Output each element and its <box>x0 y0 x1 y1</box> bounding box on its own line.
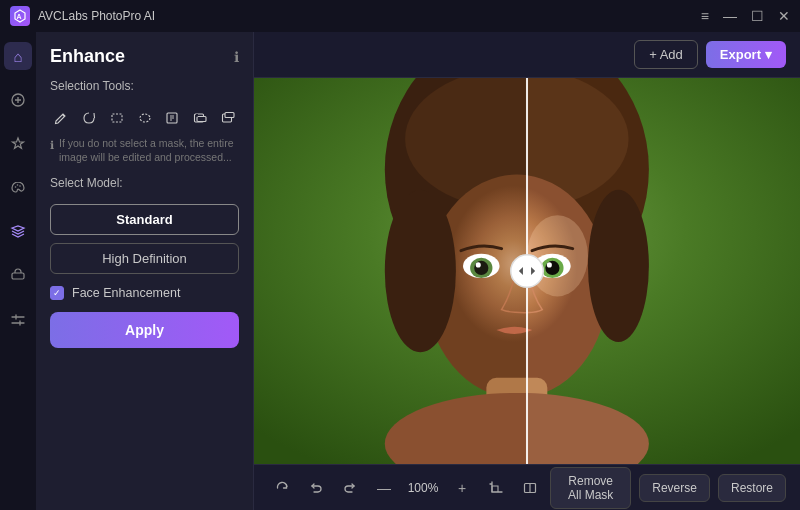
menu-icon[interactable]: ≡ <box>701 8 709 24</box>
minimize-icon[interactable]: — <box>723 8 737 24</box>
sidebar-item-sliders[interactable] <box>4 306 32 334</box>
canvas-area: + Add Export ▾ <box>254 32 800 510</box>
left-panel: Enhance ℹ Selection Tools: <box>36 32 254 510</box>
refresh-btn[interactable] <box>268 474 296 502</box>
svg-point-38 <box>588 190 649 342</box>
compare-btn[interactable] <box>516 474 544 502</box>
select-model-label: Select Model: <box>50 176 239 190</box>
svg-point-25 <box>385 190 456 353</box>
titlebar: A AVCLabs PhotoPro AI ≡ — ☐ ✕ <box>0 0 800 32</box>
tools-hint: ℹ If you do not select a mask, the entir… <box>50 137 239 164</box>
zoom-level: 100% <box>404 481 442 495</box>
svg-rect-6 <box>112 114 122 122</box>
remove-all-mask-btn[interactable]: Remove All Mask <box>550 467 631 509</box>
svg-point-3 <box>17 184 19 186</box>
tools-hint-text: If you do not select a mask, the entire … <box>59 137 239 164</box>
panel-header: Enhance ℹ <box>50 46 239 67</box>
split-image <box>254 78 800 464</box>
sidebar-item-star[interactable] <box>4 130 32 158</box>
svg-point-22 <box>476 262 481 267</box>
svg-point-21 <box>474 261 488 275</box>
top-bar: + Add Export ▾ <box>254 32 800 78</box>
rect-select-tool[interactable] <box>106 105 128 131</box>
app-icon: A <box>10 6 30 26</box>
face-enhancement-label: Face Enhancement <box>72 286 180 300</box>
icon-sidebar: ⌂ <box>0 32 36 510</box>
toolbar-left: — 100% + <box>268 474 544 502</box>
svg-rect-10 <box>197 117 206 122</box>
hint-icon: ℹ <box>50 138 54 152</box>
sidebar-item-tools2[interactable] <box>4 262 32 290</box>
svg-point-40 <box>511 255 544 288</box>
image-container <box>254 78 800 464</box>
titlebar-left: A AVCLabs PhotoPro AI <box>10 6 155 26</box>
face-enhancement-checkbox[interactable]: ✓ <box>50 286 64 300</box>
tools-row <box>50 105 239 131</box>
add-button[interactable]: + Add <box>634 40 698 69</box>
standard-model-btn[interactable]: Standard <box>50 204 239 235</box>
ellipse-select-tool[interactable] <box>134 105 156 131</box>
redo-btn[interactable] <box>336 474 364 502</box>
main-layout: ⌂ <box>0 32 800 510</box>
export-arrow-icon: ▾ <box>765 47 772 62</box>
svg-point-34 <box>547 262 552 267</box>
apply-button[interactable]: Apply <box>50 312 239 348</box>
lasso-tool[interactable] <box>78 105 100 131</box>
svg-point-33 <box>545 261 559 275</box>
toolbar-right: Remove All Mask Reverse Restore <box>550 467 786 509</box>
svg-point-7 <box>140 114 150 122</box>
titlebar-controls[interactable]: ≡ — ☐ ✕ <box>701 8 790 24</box>
select-model-section: Select Model: Standard High Definition <box>50 176 239 274</box>
svg-point-2 <box>15 186 17 188</box>
sidebar-item-enhance[interactable] <box>4 86 32 114</box>
svg-text:A: A <box>17 13 22 20</box>
export-button[interactable]: Export ▾ <box>706 41 786 68</box>
restore-btn[interactable]: Restore <box>718 474 786 502</box>
undo-btn[interactable] <box>302 474 330 502</box>
panel-title: Enhance <box>50 46 125 67</box>
pen-tool[interactable] <box>50 105 72 131</box>
export-label: Export <box>720 47 761 62</box>
magic-select-tool[interactable] <box>161 105 183 131</box>
add-mask-tool[interactable] <box>217 105 239 131</box>
subtract-tool[interactable] <box>189 105 211 131</box>
info-icon[interactable]: ℹ <box>234 49 239 65</box>
app-title: AVCLabs PhotoPro AI <box>38 9 155 23</box>
svg-point-4 <box>19 185 21 187</box>
selection-tools-section: Selection Tools: <box>50 79 239 164</box>
crop-btn[interactable] <box>482 474 510 502</box>
selection-tools-label: Selection Tools: <box>50 79 239 93</box>
sidebar-item-layers[interactable] <box>4 218 32 246</box>
maximize-icon[interactable]: ☐ <box>751 8 764 24</box>
svg-rect-5 <box>12 273 24 279</box>
svg-rect-12 <box>225 113 234 118</box>
close-icon[interactable]: ✕ <box>778 8 790 24</box>
bottom-toolbar: — 100% + Remove All Mask <box>254 464 800 510</box>
zoom-out-btn[interactable]: — <box>370 474 398 502</box>
reverse-btn[interactable]: Reverse <box>639 474 710 502</box>
sidebar-item-home[interactable]: ⌂ <box>4 42 32 70</box>
sidebar-item-palette[interactable] <box>4 174 32 202</box>
hd-model-btn[interactable]: High Definition <box>50 243 239 274</box>
face-enhancement-row: ✓ Face Enhancement <box>50 286 239 300</box>
zoom-in-btn[interactable]: + <box>448 474 476 502</box>
